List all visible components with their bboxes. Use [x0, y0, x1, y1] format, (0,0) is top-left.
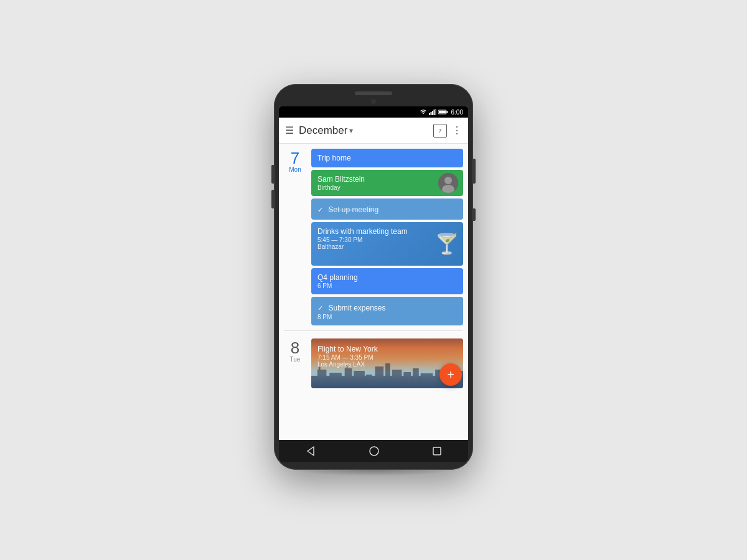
dropdown-arrow[interactable]: ▾ [349, 126, 353, 135]
more-options-icon[interactable]: ⋮ [452, 124, 462, 136]
svg-rect-8 [439, 111, 446, 113]
signal-icon [429, 109, 436, 115]
volume-down-button [271, 190, 274, 208]
event-setup-meeting-title: Set up meeting [328, 205, 378, 214]
phone-device: 6:00 ☰ December ▾ 7 ⋮ [274, 84, 473, 470]
event-birthday-subtitle: Birthday [317, 184, 433, 191]
avatar-image [438, 173, 458, 193]
home-icon [369, 446, 379, 456]
svg-rect-4 [433, 110, 435, 115]
event-birthday-title: Sam Blitzstein [317, 175, 433, 184]
status-bar: 6:00 [279, 106, 468, 118]
svg-rect-16 [345, 368, 352, 388]
fab-plus-icon: + [447, 368, 454, 382]
phone-speaker [355, 91, 392, 95]
event-q4[interactable]: Q4 planning 6 PM [311, 268, 463, 294]
event-drinks[interactable]: Drinks with marketing team 5:45 — 7:30 P… [311, 222, 463, 266]
back-button[interactable] [305, 446, 316, 457]
calendar-body: 7 Mon Trip home Sam Blitzstein Birthday [279, 144, 468, 440]
day-section-8: 8 Tue [279, 334, 468, 391]
volume-button [473, 159, 476, 184]
navigation-bar [279, 440, 468, 462]
svg-rect-18 [354, 371, 365, 388]
bottom-spacer [279, 391, 468, 401]
svg-rect-31 [433, 447, 441, 455]
svg-rect-20 [375, 366, 383, 388]
event-expenses-time: 8 PM [317, 314, 457, 320]
event-trip-home[interactable]: Trip home [311, 149, 463, 167]
event-q4-time: 6 PM [317, 282, 457, 289]
event-flight[interactable]: Flight to New York 7:15 AM — 3:35 PM Los… [311, 338, 463, 388]
event-birthday[interactable]: Sam Blitzstein Birthday [311, 170, 463, 196]
svg-marker-29 [308, 447, 314, 455]
header-actions: 7 ⋮ [433, 124, 462, 138]
day-label-7: 7 Mon [284, 149, 306, 325]
flight-info: Flight to New York 7:15 AM — 3:35 PM Los… [317, 345, 457, 368]
wifi-icon [420, 109, 427, 115]
status-icons: 6:00 [420, 109, 463, 116]
event-q4-title: Q4 planning [317, 273, 457, 282]
home-button[interactable] [369, 446, 379, 456]
day-label-8: 8 Tue [284, 338, 306, 388]
svg-rect-22 [392, 370, 402, 388]
event-flight-title: Flight to New York [317, 345, 457, 353]
day-section-7: 7 Mon Trip home Sam Blitzstein Birthday [279, 144, 468, 328]
svg-rect-5 [435, 109, 436, 115]
svg-rect-3 [432, 111, 433, 115]
svg-rect-23 [403, 372, 411, 388]
svg-rect-1 [429, 113, 430, 115]
app-header: ☰ December ▾ 7 ⋮ [279, 118, 468, 144]
day-name-7: Mon [284, 166, 306, 173]
event-flight-time: 7:15 AM — 3:35 PM [317, 354, 457, 361]
day-events-8: Flight to New York 7:15 AM — 3:35 PM Los… [311, 338, 463, 388]
cocktail-icon: 🍸 [435, 232, 459, 256]
today-button[interactable]: 7 [433, 124, 447, 138]
event-avatar [438, 173, 458, 193]
svg-point-30 [370, 447, 378, 455]
svg-rect-24 [413, 368, 419, 388]
event-expenses[interactable]: ✓ Submit expenses 8 PM [311, 297, 463, 325]
day-number-7: 7 [284, 150, 306, 166]
menu-icon[interactable]: ☰ [285, 124, 294, 136]
svg-rect-7 [446, 111, 448, 113]
battery-icon [438, 109, 448, 115]
event-setup-meeting[interactable]: ✓ Set up meeting [311, 198, 463, 220]
fab-add-button[interactable]: + [439, 363, 462, 386]
svg-point-10 [444, 177, 452, 184]
event-trip-home-title: Trip home [317, 154, 457, 162]
status-time: 6:00 [451, 109, 463, 116]
today-number: 7 [438, 128, 441, 134]
phone-camera [371, 99, 376, 104]
power-button [473, 208, 476, 221]
recents-icon [432, 446, 442, 456]
header-title-container: December ▾ [299, 124, 428, 137]
svg-rect-15 [329, 373, 342, 388]
task-icon-meeting: ✓ [317, 206, 323, 213]
day-events-7: Trip home Sam Blitzstein Birthday [311, 149, 463, 325]
event-flight-location: Los Angeles LAX [317, 361, 457, 368]
day-number-8: 8 [284, 340, 306, 356]
volume-up-button [271, 165, 274, 184]
recents-button[interactable] [432, 446, 442, 456]
svg-rect-2 [430, 112, 431, 115]
back-icon [305, 446, 316, 457]
month-title: December [299, 124, 347, 137]
day-divider [284, 330, 463, 331]
svg-rect-13 [317, 370, 327, 388]
task-icon-expenses: ✓ [317, 304, 323, 312]
day-name-8: Tue [284, 356, 306, 363]
phone-screen: 6:00 ☰ December ▾ 7 ⋮ [279, 106, 468, 462]
svg-rect-19 [366, 375, 372, 388]
svg-rect-25 [421, 373, 433, 388]
event-expenses-title: Submit expenses [328, 304, 385, 312]
